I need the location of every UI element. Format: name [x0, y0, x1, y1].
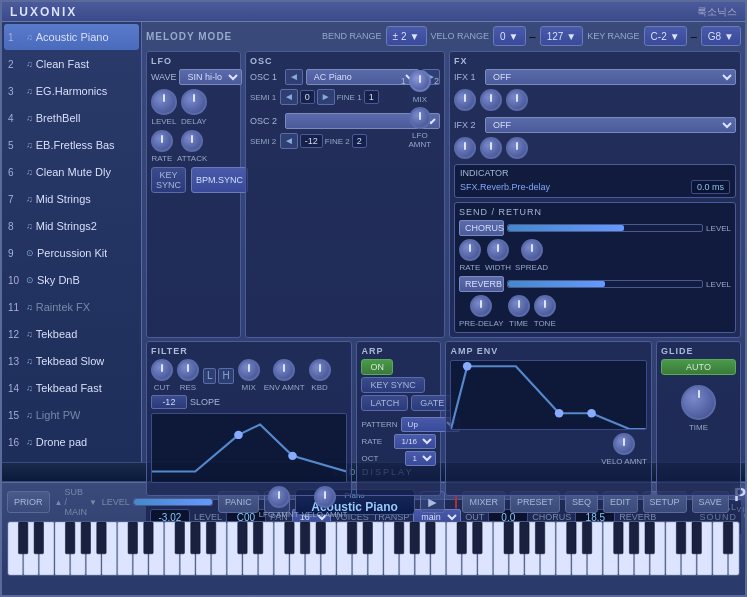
fine2-label: FINE 2	[325, 137, 350, 146]
svg-rect-58	[144, 522, 153, 554]
glide-auto-btn[interactable]: AUTO	[661, 359, 736, 375]
ifx1-knob2[interactable]	[480, 89, 502, 111]
wave-dropdown[interactable]: SIN hi-lo SIN SAW SQR	[179, 69, 242, 85]
ifx1-knob3[interactable]	[506, 89, 528, 111]
lfo-rate-knob[interactable]	[151, 130, 173, 152]
indicator-time-btn[interactable]: 0.0 ms	[691, 180, 730, 194]
mix-knob[interactable]	[409, 70, 431, 92]
preset-icon: ♫	[26, 221, 33, 231]
semi2-val: -12	[300, 134, 323, 148]
preset-item-15[interactable]: 15 ♫ Light PW	[4, 402, 139, 428]
preset-item-14[interactable]: 14 ♫ Tekbead Fast	[4, 375, 139, 401]
filter-title: FILTER	[151, 346, 348, 356]
preset-item-2[interactable]: 2 ♫ Clean Fast	[4, 51, 139, 77]
arp-on-btn[interactable]: ON	[361, 359, 393, 375]
lfo-key-sync-btn[interactable]: KEY SYNC	[151, 167, 186, 193]
preset-item-9[interactable]: 9 ⊙ Percussion Kit	[4, 240, 139, 266]
sub-arrow-down: ▼	[89, 498, 97, 507]
semi2-left-btn[interactable]: ◄	[280, 133, 298, 149]
mix-nums: 1 2	[401, 70, 439, 92]
reverb-btn[interactable]: REVERB	[459, 276, 504, 292]
semi1-right-btn[interactable]: ►	[317, 89, 335, 105]
preset-item-3[interactable]: 3 ♫ EG.Harmonics	[4, 78, 139, 104]
preset-num: 11	[8, 302, 26, 313]
filter-velo-amnt-knob[interactable]	[314, 486, 336, 508]
lfo-knobs: LEVEL DELAY	[151, 89, 236, 126]
filter-mix-label: MIX	[242, 383, 256, 392]
lfo-attack-knob[interactable]	[181, 130, 203, 152]
width-knob-item: WIDTH	[485, 239, 511, 272]
lfo-amnt-label: LFOAMNT	[409, 132, 432, 150]
glide-time-knob[interactable]	[681, 385, 716, 420]
filter-h-btn[interactable]: H	[218, 368, 233, 384]
ifx2-label: IFX 2	[454, 120, 482, 130]
ifx2-knob2[interactable]	[480, 137, 502, 159]
filter-l-btn[interactable]: L	[203, 368, 217, 384]
ifx1-select[interactable]: OFF	[485, 69, 736, 85]
reverb-pre-delay-knob[interactable]	[470, 295, 492, 317]
key-max-btn[interactable]: G8 ▼	[701, 26, 741, 46]
lfo-amnt-knob[interactable]	[409, 107, 431, 129]
prior-btn[interactable]: PRIOR	[7, 491, 50, 513]
indicator-value-text: SFX.Reverb.Pre-delay	[460, 182, 688, 192]
glide-time-label: TIME	[689, 423, 708, 432]
oct-select[interactable]: 1 2 3 4	[405, 451, 436, 466]
fx-title: FX	[454, 56, 736, 66]
filter-panel: FILTER CUT RES L H	[146, 341, 353, 496]
key-min-btn[interactable]: C-2 ▼	[644, 26, 687, 46]
kbd-knob[interactable]	[309, 359, 331, 381]
arp-title: ARP	[361, 346, 436, 356]
chorus-rate-knob[interactable]	[459, 239, 481, 261]
ifx2-knob1[interactable]	[454, 137, 476, 159]
ifx2-select[interactable]: OFF	[485, 117, 736, 133]
level-bar	[133, 498, 213, 506]
preset-item-16[interactable]: 16 ♫ Drone pad	[4, 429, 139, 455]
reverb-time-knob[interactable]	[508, 295, 530, 317]
lfo-level-knob[interactable]	[151, 89, 177, 115]
lfo-delay-knob[interactable]	[181, 89, 207, 115]
ifx2-row: IFX 2 OFF	[454, 117, 736, 133]
res-knob[interactable]	[177, 359, 199, 381]
preset-item-5[interactable]: 5 ♫ EB.Fretless Bas	[4, 132, 139, 158]
osc1-label: OSC 1	[250, 72, 282, 82]
lfo-bpm-sync-btn[interactable]: BPM.SYNC	[191, 167, 248, 193]
preset-item-11[interactable]: 11 ♫ Raintek FX	[4, 294, 139, 320]
preset-item-10[interactable]: 10 ⊙ Sky DnB	[4, 267, 139, 293]
rate-select[interactable]: 1/16 1/8 1/4	[394, 434, 436, 449]
fx-panel: FX IFX 1 OFF	[449, 51, 741, 338]
preset-item-8[interactable]: 8 ♫ Mid Strings2	[4, 213, 139, 239]
chorus-rate-label: RATE	[460, 263, 481, 272]
piano-keys	[7, 521, 740, 576]
reverb-tone-knob[interactable]	[534, 295, 556, 317]
amp-velo-row: VELO AMNT	[450, 433, 647, 466]
arp-panel: ARP ON KEY SYNC LATCH GATE PATTERN Up Do…	[356, 341, 441, 496]
filter-mix-knob[interactable]	[238, 359, 260, 381]
ifx2-knob3-item	[506, 137, 528, 159]
ifx1-knob1[interactable]	[454, 89, 476, 111]
velo-max-btn[interactable]: 127 ▼	[540, 26, 584, 46]
chorus-spread-knob[interactable]	[521, 239, 543, 261]
preset-item-6[interactable]: 6 ♫ Clean Mute Dly	[4, 159, 139, 185]
preset-item-12[interactable]: 12 ♫ Tekbead	[4, 321, 139, 347]
preset-item-1[interactable]: 1 ♫ Acoustic Piano	[4, 24, 139, 50]
velo-min-btn[interactable]: 0 ▼	[493, 26, 525, 46]
osc1-left-btn[interactable]: ◄	[285, 69, 303, 85]
preset-item-13[interactable]: 13 ♫ Tekbead Slow	[4, 348, 139, 374]
ifx2-knob3[interactable]	[506, 137, 528, 159]
chorus-width-knob[interactable]	[487, 239, 509, 261]
bend-range-btn[interactable]: ± 2 ▼	[386, 26, 427, 46]
arp-keysync-btn[interactable]: KEY SYNC	[361, 377, 424, 393]
preset-icon: ♫	[26, 59, 33, 69]
semi1-left-btn[interactable]: ◄	[280, 89, 298, 105]
chorus-btn[interactable]: CHORUS	[459, 220, 504, 236]
svg-rect-66	[316, 522, 325, 554]
filter-lfo-amnt-knob[interactable]	[268, 486, 290, 508]
filter-controls-top: CUT RES L H MIX	[151, 359, 348, 392]
spread-knob-item: SPREAD	[515, 239, 548, 272]
arp-latch-btn[interactable]: LATCH	[361, 395, 408, 411]
preset-item-4[interactable]: 4 ♫ BrethBell	[4, 105, 139, 131]
preset-item-7[interactable]: 7 ♫ Mid Strings	[4, 186, 139, 212]
cut-knob[interactable]	[151, 359, 173, 381]
env-amnt-knob[interactable]	[273, 359, 295, 381]
amp-velo-amnt-knob[interactable]	[613, 433, 635, 455]
